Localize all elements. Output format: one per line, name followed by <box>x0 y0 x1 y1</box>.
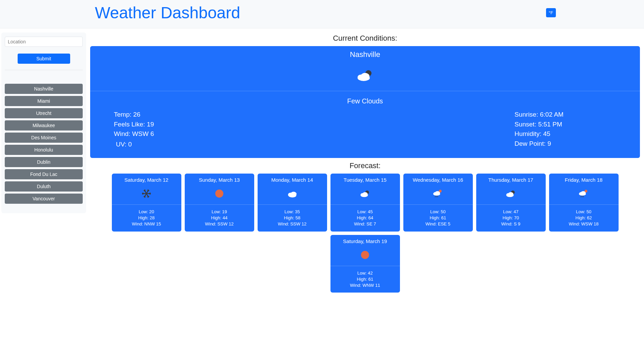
history-item[interactable]: Des Moines <box>5 133 83 143</box>
page-title: Weather Dashboard <box>95 3 240 22</box>
forecast-weather-icon <box>187 187 252 200</box>
forecast-low: Low: 45 <box>333 209 398 215</box>
history-item[interactable]: Nashville <box>5 84 83 94</box>
forecast-weather-icon <box>405 187 471 200</box>
forecast-high: High: 61 <box>405 215 471 221</box>
forecast-high: High: 62 <box>551 215 617 221</box>
svg-point-29 <box>361 193 368 197</box>
forecast-date: Saturday, March 19 <box>333 238 398 244</box>
forecast-wind: Wind: S 9 <box>478 221 544 227</box>
forecast-date: Tuesday, March 15 <box>333 177 398 183</box>
svg-line-36 <box>438 196 438 197</box>
svg-point-33 <box>433 192 440 196</box>
forecast-card: Saturday, March 12 Low: 20 High: 28 Wind… <box>112 174 181 232</box>
current-sunrise: Sunrise: 6:02 AM <box>515 110 616 120</box>
forecast-grid: Saturday, March 12 Low: 20 High: 28 Wind… <box>90 174 640 293</box>
current-feels-like: Feels Like: 19 <box>114 120 154 129</box>
svg-point-22 <box>215 190 223 198</box>
forecast-low: Low: 35 <box>260 209 325 215</box>
forecast-card: Sunday, March 13 Low: 19 High: 44 Wind: … <box>185 174 254 232</box>
svg-line-34 <box>435 196 436 197</box>
forecast-low: Low: 50 <box>405 209 471 215</box>
forecast-weather-icon <box>260 187 325 200</box>
current-conditions-card: Nashville Few Clouds Temp: 26 Feels Like… <box>90 46 640 158</box>
unit-toggle-button[interactable]: °F <box>546 8 556 17</box>
history-item[interactable]: Honolulu <box>5 145 83 155</box>
forecast-high: High: 58 <box>260 215 325 221</box>
sidebar-divider <box>5 70 83 70</box>
forecast-card: Friday, March 18 Low: 50 High: 62 Wind: … <box>549 174 619 232</box>
current-humidity: Humidity: 45 <box>515 129 616 139</box>
current-right-column: Sunrise: 6:02 AM Sunset: 5:51 PM Humidit… <box>515 110 616 149</box>
history-item[interactable]: Utrecht <box>5 108 83 118</box>
current-temp: Temp: 26 <box>114 110 154 120</box>
svg-line-47 <box>583 196 584 197</box>
forecast-high: High: 64 <box>333 215 398 221</box>
forecast-high: High: 70 <box>478 215 544 221</box>
current-section-title: Current Conditions: <box>90 34 640 43</box>
forecast-wind: Wind: SSW 12 <box>260 221 325 227</box>
submit-button[interactable]: Submit <box>18 54 70 64</box>
current-left-column: Temp: 26 Feels Like: 19 Wind: WSW 6 UV: … <box>114 110 154 149</box>
forecast-date: Sunday, March 13 <box>187 177 252 183</box>
history-item[interactable]: Miami <box>5 96 83 106</box>
forecast-high: High: 44 <box>187 215 252 221</box>
forecast-card: Monday, March 14 Low: 35 High: 58 Wind: … <box>258 174 327 232</box>
history-item[interactable]: Fond Du Lac <box>5 169 83 179</box>
current-wind: Wind: WSW 6 <box>114 129 154 139</box>
current-dew-point: Dew Point: 9 <box>515 139 616 149</box>
history-item[interactable]: Vancouver <box>5 194 83 204</box>
forecast-weather-icon <box>551 187 617 200</box>
history-item[interactable]: Milwaukee <box>5 120 83 131</box>
forecast-low: Low: 42 <box>333 270 398 276</box>
forecast-weather-icon <box>478 187 544 200</box>
forecast-low: Low: 20 <box>114 209 179 215</box>
forecast-date: Saturday, March 12 <box>114 177 179 183</box>
sidebar: Submit NashvilleMiamiUtrechtMilwaukeeDes… <box>1 33 86 213</box>
current-description: Few Clouds <box>114 97 616 105</box>
forecast-low: Low: 19 <box>187 209 252 215</box>
app-header: Weather Dashboard °F <box>0 0 644 28</box>
forecast-wind: Wind: NNW 15 <box>114 221 179 227</box>
forecast-section-title: Forecast: <box>90 161 640 170</box>
current-weather-icon <box>90 66 640 85</box>
svg-line-35 <box>436 196 437 197</box>
forecast-card: Tuesday, March 15 Low: 45 High: 64 Wind:… <box>330 174 400 232</box>
svg-line-45 <box>581 196 581 197</box>
forecast-date: Wednesday, March 16 <box>405 177 471 183</box>
forecast-wind: Wind: SSW 12 <box>187 221 252 227</box>
svg-line-46 <box>582 196 582 197</box>
svg-point-40 <box>506 193 514 197</box>
forecast-wind: Wind: ESE 5 <box>405 221 471 227</box>
main-content: Current Conditions: Nashville Few Clouds… <box>86 33 644 299</box>
forecast-date: Friday, March 18 <box>551 177 617 183</box>
forecast-date: Thursday, March 17 <box>478 177 544 183</box>
svg-point-44 <box>579 192 586 196</box>
forecast-wind: Wind: SE 7 <box>333 221 398 227</box>
history-item[interactable]: Dublin <box>5 157 83 167</box>
forecast-card: Saturday, March 19 Low: 42 High: 61 Wind… <box>330 235 400 293</box>
forecast-card: Thursday, March 17 Low: 47 High: 70 Wind… <box>476 174 546 232</box>
forecast-low: Low: 47 <box>478 209 544 215</box>
forecast-wind: Wind: WNW 11 <box>333 282 398 288</box>
svg-point-48 <box>361 251 369 259</box>
forecast-weather-icon <box>333 187 398 200</box>
history-item[interactable]: Duluth <box>5 181 83 192</box>
forecast-card: Wednesday, March 16 Low: 50 High: 61 Win… <box>403 174 473 232</box>
forecast-date: Monday, March 14 <box>260 177 325 183</box>
location-input[interactable] <box>5 37 83 47</box>
forecast-weather-icon <box>114 187 179 200</box>
current-city: Nashville <box>90 50 640 59</box>
forecast-wind: Wind: WSW 18 <box>551 221 617 227</box>
forecast-weather-icon <box>333 249 398 261</box>
current-uv: UV: 0 <box>116 140 154 149</box>
current-sunset: Sunset: 5:51 PM <box>515 120 616 129</box>
history-list: NashvilleMiamiUtrechtMilwaukeeDes Moines… <box>5 84 83 204</box>
forecast-high: High: 28 <box>114 215 179 221</box>
svg-point-25 <box>288 193 296 197</box>
forecast-high: High: 61 <box>333 276 398 282</box>
svg-point-3 <box>358 75 370 81</box>
forecast-low: Low: 50 <box>551 209 617 215</box>
